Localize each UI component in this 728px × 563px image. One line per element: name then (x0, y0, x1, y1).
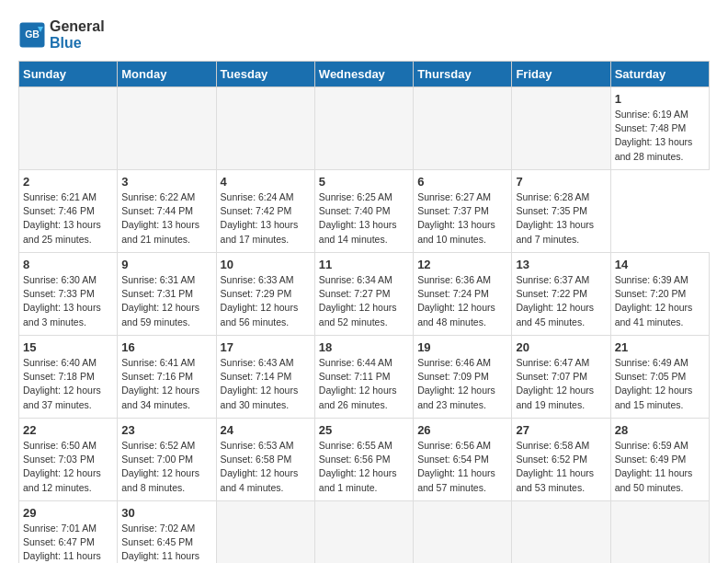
column-header-friday: Friday (512, 62, 610, 87)
calendar-cell: 21 Sunrise: 6:49 AMSunset: 7:05 PMDaylig… (610, 336, 709, 419)
day-detail: Sunrise: 6:50 AMSunset: 7:03 PMDaylight:… (23, 439, 113, 495)
day-number: 22 (23, 423, 113, 437)
day-number: 27 (516, 423, 606, 437)
calendar-cell (414, 501, 512, 564)
calendar-cell (216, 501, 314, 564)
day-number: 17 (221, 340, 311, 354)
day-number: 6 (417, 175, 507, 189)
calendar-cell (118, 87, 216, 170)
day-number: 14 (615, 258, 705, 271)
day-detail: Sunrise: 6:37 AMSunset: 7:22 PMDaylight:… (516, 273, 606, 329)
calendar-cell: 23 Sunrise: 6:52 AMSunset: 7:00 PMDaylig… (118, 419, 216, 501)
logo-text: General Blue (50, 18, 105, 52)
calendar-week-row: 1 Sunrise: 6:19 AMSunset: 7:48 PMDayligh… (19, 87, 710, 170)
day-number: 2 (23, 175, 113, 189)
day-number: 5 (319, 175, 409, 189)
calendar-cell: 4 Sunrise: 6:24 AMSunset: 7:42 PMDayligh… (216, 170, 314, 253)
calendar-cell: 16 Sunrise: 6:41 AMSunset: 7:16 PMDaylig… (118, 336, 216, 419)
day-number: 21 (615, 340, 705, 354)
day-detail: Sunrise: 6:58 AMSunset: 6:52 PMDaylight:… (516, 439, 606, 495)
day-detail: Sunrise: 6:52 AMSunset: 7:00 PMDaylight:… (121, 439, 211, 495)
day-detail: Sunrise: 6:36 AMSunset: 7:24 PMDaylight:… (417, 273, 507, 329)
day-detail: Sunrise: 6:24 AMSunset: 7:42 PMDaylight:… (221, 190, 311, 247)
calendar-cell (314, 501, 413, 564)
calendar-cell: 19 Sunrise: 6:46 AMSunset: 7:09 PMDaylig… (414, 336, 512, 419)
calendar-cell: 10 Sunrise: 6:33 AMSunset: 7:29 PMDaylig… (216, 253, 314, 336)
day-detail: Sunrise: 6:49 AMSunset: 7:05 PMDaylight:… (615, 356, 705, 412)
day-number: 25 (319, 423, 409, 437)
logo: GB General Blue (18, 18, 105, 52)
calendar-cell: 5 Sunrise: 6:25 AMSunset: 7:40 PMDayligh… (314, 170, 413, 253)
day-detail: Sunrise: 6:28 AMSunset: 7:35 PMDaylight:… (516, 190, 606, 247)
calendar-week-row: 2 Sunrise: 6:21 AMSunset: 7:46 PMDayligh… (19, 170, 710, 253)
day-detail: Sunrise: 6:25 AMSunset: 7:40 PMDaylight:… (319, 190, 409, 247)
day-number: 19 (417, 340, 507, 354)
day-detail: Sunrise: 6:39 AMSunset: 7:20 PMDaylight:… (615, 273, 705, 329)
calendar-cell: 7 Sunrise: 6:28 AMSunset: 7:35 PMDayligh… (512, 170, 610, 253)
day-number: 20 (516, 340, 606, 354)
calendar-cell: 11 Sunrise: 6:34 AMSunset: 7:27 PMDaylig… (314, 253, 413, 336)
calendar-cell: 28 Sunrise: 6:59 AMSunset: 6:49 PMDaylig… (610, 419, 709, 501)
day-detail: Sunrise: 6:53 AMSunset: 6:58 PMDaylight:… (221, 439, 311, 495)
calendar-week-row: 22 Sunrise: 6:50 AMSunset: 7:03 PMDaylig… (19, 419, 710, 501)
column-header-wednesday: Wednesday (314, 62, 413, 87)
calendar-cell: 27 Sunrise: 6:58 AMSunset: 6:52 PMDaylig… (512, 419, 610, 501)
calendar-cell: 30 Sunrise: 7:02 AMSunset: 6:45 PMDaylig… (118, 501, 216, 564)
day-detail: Sunrise: 6:47 AMSunset: 7:07 PMDaylight:… (516, 356, 606, 412)
calendar-cell (314, 87, 413, 170)
calendar-cell: 17 Sunrise: 6:43 AMSunset: 7:14 PMDaylig… (216, 336, 314, 419)
day-number: 12 (417, 258, 507, 271)
calendar-table: SundayMondayTuesdayWednesdayThursdayFrid… (18, 61, 710, 563)
day-number: 9 (121, 258, 211, 271)
day-detail: Sunrise: 6:21 AMSunset: 7:46 PMDaylight:… (23, 190, 113, 247)
calendar-week-row: 8 Sunrise: 6:30 AMSunset: 7:33 PMDayligh… (19, 253, 710, 336)
calendar-cell: 2 Sunrise: 6:21 AMSunset: 7:46 PMDayligh… (19, 170, 118, 253)
day-number: 23 (121, 423, 211, 437)
calendar-cell (610, 501, 709, 564)
day-detail: Sunrise: 7:01 AMSunset: 6:47 PMDaylight:… (23, 522, 113, 563)
day-number: 16 (121, 340, 211, 354)
day-number: 1 (615, 92, 705, 106)
day-number: 30 (121, 506, 211, 520)
day-number: 13 (516, 258, 606, 271)
calendar-cell: 3 Sunrise: 6:22 AMSunset: 7:44 PMDayligh… (118, 170, 216, 253)
day-detail: Sunrise: 6:46 AMSunset: 7:09 PMDaylight:… (417, 356, 507, 412)
day-number: 18 (319, 340, 409, 354)
calendar-cell: 24 Sunrise: 6:53 AMSunset: 6:58 PMDaylig… (216, 419, 314, 501)
day-number: 3 (121, 175, 211, 189)
day-detail: Sunrise: 6:22 AMSunset: 7:44 PMDaylight:… (121, 190, 211, 247)
calendar-cell: 13 Sunrise: 6:37 AMSunset: 7:22 PMDaylig… (512, 253, 610, 336)
column-header-monday: Monday (118, 62, 216, 87)
calendar-week-row: 15 Sunrise: 6:40 AMSunset: 7:18 PMDaylig… (19, 336, 710, 419)
day-detail: Sunrise: 6:40 AMSunset: 7:18 PMDaylight:… (23, 356, 113, 412)
day-detail: Sunrise: 6:19 AMSunset: 7:48 PMDaylight:… (615, 108, 705, 164)
calendar-cell: 8 Sunrise: 6:30 AMSunset: 7:33 PMDayligh… (19, 253, 118, 336)
day-detail: Sunrise: 6:30 AMSunset: 7:33 PMDaylight:… (23, 273, 113, 329)
day-number: 7 (516, 175, 606, 189)
calendar-cell: 15 Sunrise: 6:40 AMSunset: 7:18 PMDaylig… (19, 336, 118, 419)
page-header: GB General Blue (18, 18, 710, 52)
day-detail: Sunrise: 6:55 AMSunset: 6:56 PMDaylight:… (319, 439, 409, 495)
day-number: 10 (221, 258, 311, 271)
day-number: 8 (23, 258, 113, 271)
day-number: 4 (221, 175, 311, 189)
calendar-cell (414, 87, 512, 170)
day-number: 24 (221, 423, 311, 437)
calendar-header-row: SundayMondayTuesdayWednesdayThursdayFrid… (19, 62, 710, 87)
calendar-week-row: 29 Sunrise: 7:01 AMSunset: 6:47 PMDaylig… (19, 501, 710, 564)
day-number: 28 (615, 423, 705, 437)
day-number: 11 (319, 258, 409, 271)
column-header-sunday: Sunday (19, 62, 118, 87)
day-detail: Sunrise: 6:31 AMSunset: 7:31 PMDaylight:… (121, 273, 211, 329)
day-number: 29 (23, 506, 113, 520)
calendar-cell: 14 Sunrise: 6:39 AMSunset: 7:20 PMDaylig… (610, 253, 709, 336)
calendar-cell (512, 87, 610, 170)
calendar-cell: 1 Sunrise: 6:19 AMSunset: 7:48 PMDayligh… (610, 87, 709, 170)
day-detail: Sunrise: 6:33 AMSunset: 7:29 PMDaylight:… (221, 273, 311, 329)
day-detail: Sunrise: 6:27 AMSunset: 7:37 PMDaylight:… (417, 190, 507, 247)
calendar-cell (512, 501, 610, 564)
calendar-cell: 9 Sunrise: 6:31 AMSunset: 7:31 PMDayligh… (118, 253, 216, 336)
calendar-cell: 12 Sunrise: 6:36 AMSunset: 7:24 PMDaylig… (414, 253, 512, 336)
calendar-cell: 29 Sunrise: 7:01 AMSunset: 6:47 PMDaylig… (19, 501, 118, 564)
calendar-cell: 26 Sunrise: 6:56 AMSunset: 6:54 PMDaylig… (414, 419, 512, 501)
